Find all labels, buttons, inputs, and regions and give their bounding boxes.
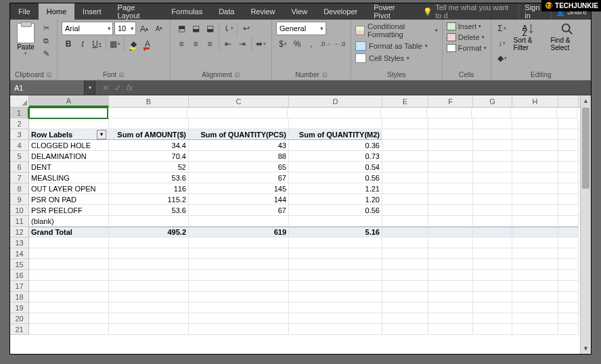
cell[interactable]: 0.36 [289,140,382,151]
cell[interactable]: Row Labels▾ [29,129,109,140]
vertical-scrollbar[interactable]: ▲ ▼ [580,95,591,354]
cell[interactable]: 67 [189,173,289,183]
cell[interactable] [382,194,428,205]
cell[interactable]: OUT LAYER OPEN [29,183,109,194]
cell[interactable] [427,108,472,118]
cell[interactable]: MEASLING [29,173,109,183]
cell[interactable]: Sum of QUANTITY(M2) [289,129,382,140]
cell[interactable] [473,248,512,259]
cell[interactable] [289,281,382,292]
cell[interactable] [512,216,558,227]
row-header-5[interactable]: 5 [10,151,29,162]
row-header-16[interactable]: 16 [10,270,29,281]
cell[interactable] [289,118,382,129]
cell[interactable]: CLOGGED HOLE [29,140,109,151]
cell[interactable] [512,118,558,129]
cell[interactable] [512,270,558,281]
cell[interactable]: PSR ON PAD [29,194,109,205]
tab-file[interactable]: File [10,3,39,20]
cell[interactable] [512,292,558,302]
cell[interactable] [473,237,512,248]
cell[interactable] [558,313,579,324]
cell[interactable] [473,313,512,324]
cell[interactable] [558,162,579,173]
cell[interactable] [382,205,428,216]
delete-cells-button[interactable]: Delete▾ [447,32,485,42]
row-header-13[interactable]: 13 [10,237,29,248]
number-launcher-icon[interactable]: ◱ [322,72,328,78]
col-header-F[interactable]: F [428,95,473,107]
cell[interactable]: 67 [189,205,289,216]
autosum-button[interactable]: Σ [495,22,509,35]
cell[interactable] [382,248,428,259]
tab-formulas[interactable]: Formulas [163,3,210,20]
number-format-combo[interactable]: General [276,22,326,35]
cell[interactable] [558,118,579,129]
cell[interactable] [473,151,512,162]
increase-indent-button[interactable]: ⇥ [236,37,249,51]
increase-decimal-button[interactable]: .0→ [319,37,332,51]
cell[interactable] [473,140,512,151]
cell[interactable]: Sum of AMOUNT($) [109,129,189,140]
cell[interactable] [473,270,512,281]
row-header-15[interactable]: 15 [10,259,29,270]
cell[interactable] [473,292,512,302]
cell[interactable] [558,237,579,248]
cell[interactable] [289,324,382,335]
cell[interactable] [382,183,428,194]
cell[interactable] [29,302,109,313]
select-all-corner[interactable] [10,95,29,107]
cell[interactable] [289,237,382,248]
cell[interactable]: 0.56 [289,205,382,216]
cell[interactable] [29,324,109,335]
cell[interactable] [558,292,579,302]
col-header-I[interactable] [558,95,579,107]
cell[interactable] [29,292,109,302]
name-box[interactable]: A1 [10,81,85,95]
cell[interactable] [189,281,289,292]
row-header-2[interactable]: 2 [10,118,29,129]
cell[interactable] [428,237,473,248]
cut-button[interactable]: ✂ [39,22,53,34]
cell[interactable] [558,216,579,227]
cell[interactable]: 115.2 [109,194,189,205]
row-header-10[interactable]: 10 [10,205,29,216]
cell[interactable] [511,108,557,118]
format-as-table-button[interactable]: Format as Table▾ [355,41,428,51]
cell[interactable]: 145 [189,183,289,194]
cell[interactable] [428,129,473,140]
underline-button[interactable]: U [90,37,104,51]
cell[interactable] [558,205,579,216]
col-header-H[interactable]: H [512,95,558,107]
align-center-button[interactable]: ≡ [189,37,202,51]
cell[interactable] [382,151,428,162]
tab-developer[interactable]: Developer [315,3,365,20]
worksheet-grid[interactable]: A B C D E F G H 123Row Labels▾Sum of AMO… [10,95,591,354]
cell[interactable] [512,151,558,162]
cell[interactable] [382,324,428,335]
tell-me-search[interactable]: 💡 Tell me what you want to d [418,3,518,20]
cell[interactable] [109,216,189,227]
row-header-6[interactable]: 6 [10,162,29,173]
tab-review[interactable]: Review [242,3,283,20]
decrease-decimal-button[interactable]: ←.0 [333,37,347,51]
row-header-1[interactable]: 1 [10,108,29,118]
cell[interactable] [473,281,512,292]
cell[interactable] [512,205,558,216]
cell[interactable] [428,118,473,129]
cell[interactable] [512,324,558,335]
cell[interactable] [558,281,579,292]
cell[interactable] [381,108,427,118]
cell[interactable] [428,183,473,194]
cell[interactable] [288,108,381,118]
cell[interactable] [289,216,382,227]
format-cells-button[interactable]: Format▾ [447,43,487,53]
cell[interactable] [109,118,189,129]
cell[interactable] [512,173,558,183]
align-middle-button[interactable]: ⬓ [189,22,202,35]
cell[interactable]: 116 [109,183,189,194]
cell[interactable] [558,151,579,162]
scroll-up-icon[interactable]: ▲ [581,95,591,106]
tab-page-layout[interactable]: Page Layout [110,3,164,20]
col-header-E[interactable]: E [382,95,428,107]
